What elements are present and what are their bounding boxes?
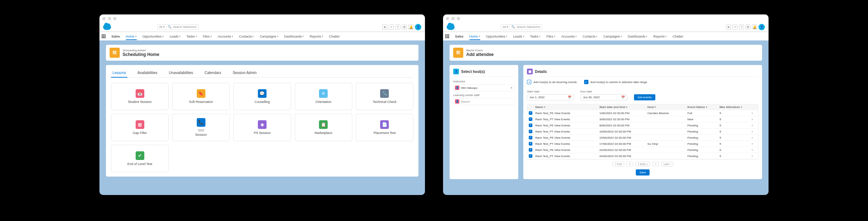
col-start[interactable]: Start date and time ▾ <box>599 105 647 109</box>
row-checkbox[interactable] <box>529 111 532 115</box>
setup-gear-icon[interactable]: ⚙ <box>745 25 750 30</box>
lesson-card[interactable]: ✔End of Level Test <box>111 145 169 172</box>
lesson-card[interactable]: 📅Student Session <box>111 83 169 110</box>
global-search[interactable]: All ▾ 🔍 Search Salesforce <box>501 24 542 30</box>
option-all-recurring[interactable]: ＋Add host(s) to all recurring events <box>527 80 577 84</box>
row-menu-icon[interactable]: ▾ <box>752 136 757 139</box>
traffic-light-max[interactable] <box>457 17 460 20</box>
nav-opportunities[interactable]: Opportunities▾ <box>486 35 508 38</box>
nav-home[interactable]: Home▾ <box>469 35 480 40</box>
nav-dashboards[interactable]: Dashboards▾ <box>628 35 648 38</box>
traffic-light-close[interactable] <box>446 17 449 20</box>
user-avatar[interactable]: 👤 <box>415 24 421 30</box>
row-menu-icon[interactable]: ▾ <box>752 155 757 158</box>
favorites-icon[interactable]: ★ <box>726 25 731 30</box>
favorites-icon[interactable]: ★ <box>382 25 387 30</box>
notifications-bell-icon[interactable]: 🔔 <box>752 25 757 30</box>
row-menu-icon[interactable]: ▾ <box>752 118 757 121</box>
nav-tasks[interactable]: Tasks▾ <box>187 35 197 38</box>
app-launcher-icon[interactable] <box>445 34 449 38</box>
search-scope[interactable]: All ▾ <box>159 25 166 29</box>
row-menu-icon[interactable]: ▾ <box>752 148 757 152</box>
table-row[interactable]: Rach Test_PE View Events1/06/2022 02:30:… <box>527 110 758 116</box>
col-max[interactable]: Max Attendees ▾ <box>719 105 752 109</box>
option-date-range[interactable]: ✓Add host(s) to events in selected date … <box>584 80 647 84</box>
setup-gear-icon[interactable]: ⚙ <box>402 25 407 30</box>
col-status[interactable]: Event Status ▾ <box>688 105 720 109</box>
traffic-light-max[interactable] <box>113 17 116 20</box>
row-menu-icon[interactable]: ▾ <box>752 130 757 133</box>
nav-contacts[interactable]: Contacts▾ <box>239 35 254 38</box>
pager-first[interactable]: < First <box>612 162 625 166</box>
staff-search[interactable]: 👤 Search <box>453 98 515 105</box>
save-button[interactable]: Save <box>636 169 650 176</box>
get-events-button[interactable]: Get events <box>634 94 655 100</box>
row-menu-icon[interactable]: ▾ <box>752 142 757 146</box>
traffic-light-close[interactable] <box>102 17 106 20</box>
tab-lessons[interactable]: Lessons <box>111 69 127 78</box>
nav-tasks[interactable]: Tasks▾ <box>530 35 541 38</box>
table-row[interactable]: Rach Test_PE View Events15/06/2022 02:30… <box>527 135 758 141</box>
pager-next[interactable]: > <box>652 162 659 166</box>
table-row[interactable]: Rach Test_PT View Events10/06/2022 02:30… <box>527 129 758 135</box>
row-menu-icon[interactable]: ▾ <box>752 124 757 127</box>
nav-campaigns[interactable]: Campaigns▾ <box>260 35 278 38</box>
search-scope[interactable]: All ▾ <box>503 25 510 29</box>
row-checkbox[interactable] <box>529 142 532 146</box>
pager-prev[interactable]: < <box>626 162 633 166</box>
nav-campaigns[interactable]: Campaigns▾ <box>603 35 622 38</box>
pager-last[interactable]: Last > <box>661 162 673 166</box>
nav-dashboards[interactable]: Dashboards▾ <box>284 35 304 38</box>
row-checkbox[interactable] <box>529 148 532 152</box>
traffic-light-min[interactable] <box>451 17 455 20</box>
nav-chatter[interactable]: Chatter <box>329 35 340 38</box>
tab-session-admin[interactable]: Session Admin <box>231 69 258 77</box>
remove-instructor-icon[interactable]: ✕ <box>510 86 513 90</box>
add-icon[interactable]: ＋ <box>732 25 737 30</box>
global-search[interactable]: All ▾ 🔍 Search Salesforce <box>157 24 199 30</box>
table-row[interactable]: Rach Test_PT View Events24/06/2022 02:30… <box>527 153 758 159</box>
lesson-card[interactable]: ◉PS Session <box>233 114 291 141</box>
tab-availabilities[interactable]: Availabilities <box>136 69 159 77</box>
lesson-card[interactable]: 📄Placement Test <box>356 114 413 141</box>
traffic-light-min[interactable] <box>108 17 111 20</box>
nav-opportunities[interactable]: Opportunities▾ <box>142 35 164 38</box>
nav-contacts[interactable]: Contacts▾ <box>583 35 598 38</box>
lesson-card[interactable]: 📋Marketplace <box>295 114 352 141</box>
tab-calendars[interactable]: Calendars <box>203 69 223 77</box>
row-checkbox[interactable] <box>529 130 532 133</box>
lesson-card[interactable]: 📞TTTSession <box>172 114 230 141</box>
col-host[interactable]: Host ▾ <box>647 105 688 109</box>
nav-accounts[interactable]: Accounts▾ <box>218 35 233 38</box>
lesson-card[interactable]: 🔧Technical Check <box>356 83 413 110</box>
row-menu-icon[interactable]: ▾ <box>752 112 757 115</box>
app-launcher-icon[interactable] <box>102 34 106 38</box>
nav-chatter[interactable]: Chatter <box>673 35 684 38</box>
lesson-card[interactable]: 💬Couselling <box>233 83 291 110</box>
col-name[interactable]: Name ▾ <box>535 105 599 109</box>
nav-reports[interactable]: Reports▾ <box>310 35 323 38</box>
table-row[interactable]: Rach Test_PT View Events17/06/2022 03:30… <box>527 141 758 147</box>
row-checkbox[interactable] <box>529 154 532 158</box>
table-row[interactable]: Rach Test_PE View Events22/06/2022 02:30… <box>527 147 758 153</box>
help-icon[interactable]: ? <box>739 25 744 30</box>
end-date-input[interactable]: Jun 30, 2022📅 <box>580 94 627 100</box>
row-checkbox[interactable] <box>529 117 532 121</box>
table-row[interactable]: Rach Test_PE View Events8/06/2022 02:30:… <box>527 122 758 129</box>
table-row[interactable]: Rach Test_PT View Events3/06/2022 02:30:… <box>527 116 758 122</box>
add-icon[interactable]: ＋ <box>389 25 394 30</box>
tab-unavailabilities[interactable]: Unavailabilities <box>167 69 195 77</box>
nav-leads[interactable]: Leads▾ <box>170 35 181 38</box>
nav-home[interactable]: Home▾ <box>126 35 137 40</box>
notifications-bell-icon[interactable]: 🔔 <box>408 25 413 30</box>
row-checkbox[interactable] <box>529 124 532 127</box>
row-checkbox[interactable] <box>529 136 532 139</box>
user-avatar[interactable]: 👤 <box>758 24 765 30</box>
instructor-pill[interactable]: 👤 Hitri Haloopo ✕ <box>453 84 515 91</box>
nav-reports[interactable]: Reports▾ <box>653 35 667 38</box>
start-date-input[interactable]: Jun 1, 2022📅 <box>527 94 574 100</box>
help-icon[interactable]: ? <box>395 25 400 30</box>
nav-files[interactable]: Files▾ <box>546 35 556 38</box>
lesson-card[interactable]: 🔖Soft Reservation <box>172 83 230 110</box>
nav-files[interactable]: Files▾ <box>203 35 212 38</box>
